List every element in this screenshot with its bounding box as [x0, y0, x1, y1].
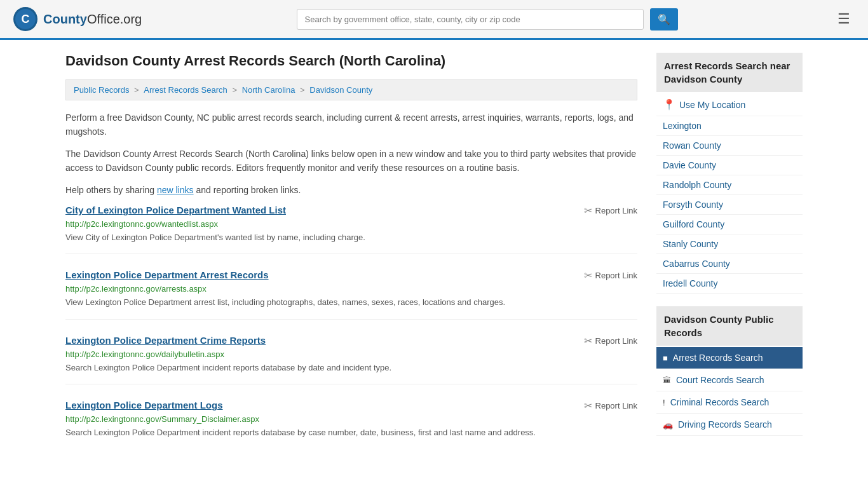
report-icon: ✂ — [584, 335, 592, 347]
record-header: Lexington Police Department Logs ✂ Repor… — [65, 400, 637, 412]
header: C CountyOffice.org 🔍 ☰ — [0, 0, 868, 40]
nearby-link[interactable]: Iredell County — [663, 278, 717, 288]
public-records-list: ■ Arrest Records Search 🏛 Court Records … — [656, 347, 803, 436]
nearby-link-item[interactable]: Rowan County — [656, 136, 803, 156]
record-description: Search Lexington Police Department incid… — [65, 426, 637, 439]
content-area: Davidson County Arrest Records Search (N… — [65, 53, 637, 464]
logo-text: CountyOffice.org — [43, 12, 142, 27]
record-title[interactable]: City of Lexington Police Department Want… — [65, 205, 286, 215]
breadcrumb-north-carolina[interactable]: North Carolina — [242, 85, 295, 95]
search-icon: 🔍 — [658, 14, 670, 25]
menu-button[interactable]: ☰ — [832, 8, 855, 30]
record-item: City of Lexington Police Department Want… — [65, 205, 637, 255]
record-url[interactable]: http://p2c.lexingtonnc.gov/arrests.aspx — [65, 284, 637, 294]
records-list: City of Lexington Police Department Want… — [65, 205, 637, 449]
use-my-location-link[interactable]: Use My Location — [679, 100, 745, 110]
nearby-link-item[interactable]: Cabarrus County — [656, 254, 803, 274]
nearby-link[interactable]: Stanly County — [663, 239, 718, 249]
record-type-icon: ■ — [663, 353, 668, 363]
public-record-link[interactable]: Driving Records Search — [678, 419, 772, 430]
breadcrumb-public-records[interactable]: Public Records — [74, 85, 129, 95]
record-url[interactable]: http://p2c.lexingtonnc.gov/wantedlist.as… — [65, 219, 637, 229]
nearby-link-item[interactable]: Davie County — [656, 156, 803, 175]
description-2: The Davidson County Arrest Records Searc… — [65, 147, 637, 175]
record-header: Lexington Police Department Crime Report… — [65, 335, 637, 347]
breadcrumb-arrest-records[interactable]: Arrest Records Search — [144, 85, 227, 95]
nearby-link[interactable]: Davie County — [663, 160, 716, 170]
description-1: Perform a free Davidson County, NC publi… — [65, 111, 637, 139]
report-link-button[interactable]: ✂ Report Link — [584, 269, 637, 281]
public-records-title: Davidson County Public Records — [656, 306, 803, 346]
new-links-link[interactable]: new links — [157, 185, 194, 195]
nearby-section-title: Arrest Records Search near Davidson Coun… — [656, 53, 803, 92]
main-container: Davidson County Arrest Records Search (N… — [53, 40, 815, 477]
page-title: Davidson County Arrest Records Search (N… — [65, 53, 637, 69]
nearby-link[interactable]: Lexington — [663, 121, 702, 131]
public-record-link[interactable]: Criminal Records Search — [670, 397, 770, 407]
public-record-link-item[interactable]: ! Criminal Records Search — [656, 391, 803, 414]
record-header: City of Lexington Police Department Want… — [65, 205, 637, 217]
use-location-item[interactable]: 📍 Use My Location — [656, 93, 803, 116]
search-button[interactable]: 🔍 — [650, 8, 678, 30]
record-description: Search Lexington Police Department incid… — [65, 362, 637, 374]
report-link-button[interactable]: ✂ Report Link — [584, 400, 637, 412]
record-header: Lexington Police Department Arrest Recor… — [65, 269, 637, 281]
public-record-link-item[interactable]: ■ Arrest Records Search — [656, 347, 803, 369]
search-bar-area: 🔍 — [297, 8, 678, 30]
public-record-link[interactable]: Arrest Records Search — [673, 353, 763, 363]
nearby-link[interactable]: Guilford County — [663, 219, 724, 229]
location-pin-icon: 📍 — [663, 98, 675, 111]
record-url[interactable]: http://p2c.lexingtonnc.gov/Summary_Discl… — [65, 414, 637, 424]
logo-area: C CountyOffice.org — [13, 6, 142, 32]
nearby-link[interactable]: Cabarrus County — [663, 259, 730, 269]
public-record-link[interactable]: Court Records Search — [676, 375, 764, 385]
logo-icon: C — [13, 6, 38, 32]
record-type-icon: ! — [663, 398, 665, 407]
record-title[interactable]: Lexington Police Department Arrest Recor… — [65, 269, 269, 280]
description-3: Help others by sharing new links and rep… — [65, 183, 637, 197]
hamburger-icon: ☰ — [837, 11, 850, 27]
public-records-section: Davidson County Public Records ■ Arrest … — [656, 306, 803, 436]
record-item: Lexington Police Department Crime Report… — [65, 335, 637, 385]
nearby-link[interactable]: Randolph County — [663, 180, 731, 190]
record-item: Lexington Police Department Logs ✂ Repor… — [65, 400, 637, 449]
report-link-button[interactable]: ✂ Report Link — [584, 205, 637, 217]
nearby-link[interactable]: Rowan County — [663, 140, 721, 151]
nearby-link-item[interactable]: Iredell County — [656, 274, 803, 294]
record-item: Lexington Police Department Arrest Recor… — [65, 269, 637, 320]
search-input[interactable] — [297, 9, 644, 30]
svg-text:C: C — [22, 13, 30, 25]
record-type-icon: 🏛 — [663, 376, 671, 385]
nearby-link-item[interactable]: Guilford County — [656, 215, 803, 234]
report-icon: ✂ — [584, 269, 592, 281]
nearby-link-item[interactable]: Lexington — [656, 116, 803, 136]
sidebar: Arrest Records Search near Davidson Coun… — [656, 53, 803, 464]
breadcrumb-davidson-county[interactable]: Davidson County — [309, 85, 372, 95]
record-url[interactable]: http://p2c.lexingtonnc.gov/dailybulletin… — [65, 349, 637, 359]
public-record-link-item[interactable]: 🚗 Driving Records Search — [656, 414, 803, 436]
public-record-link-item[interactable]: 🏛 Court Records Search — [656, 369, 803, 391]
report-link-button[interactable]: ✂ Report Link — [584, 335, 637, 347]
nearby-link[interactable]: Forsyth County — [663, 200, 723, 210]
report-icon: ✂ — [584, 205, 592, 217]
record-description: View City of Lexington Police Department… — [65, 231, 637, 244]
breadcrumb: Public Records > Arrest Records Search >… — [65, 79, 637, 100]
record-title[interactable]: Lexington Police Department Logs — [65, 400, 223, 410]
record-title[interactable]: Lexington Police Department Crime Report… — [65, 335, 266, 346]
report-icon: ✂ — [584, 400, 592, 412]
nearby-links: 📍 Use My Location LexingtonRowan CountyD… — [656, 93, 803, 294]
nearby-links-list: LexingtonRowan CountyDavie CountyRandolp… — [656, 116, 803, 294]
nearby-link-item[interactable]: Stanly County — [656, 234, 803, 254]
record-description: View Lexington Police Department arrest … — [65, 296, 637, 309]
record-type-icon: 🚗 — [663, 420, 673, 430]
nearby-link-item[interactable]: Randolph County — [656, 175, 803, 195]
nearby-link-item[interactable]: Forsyth County — [656, 195, 803, 215]
